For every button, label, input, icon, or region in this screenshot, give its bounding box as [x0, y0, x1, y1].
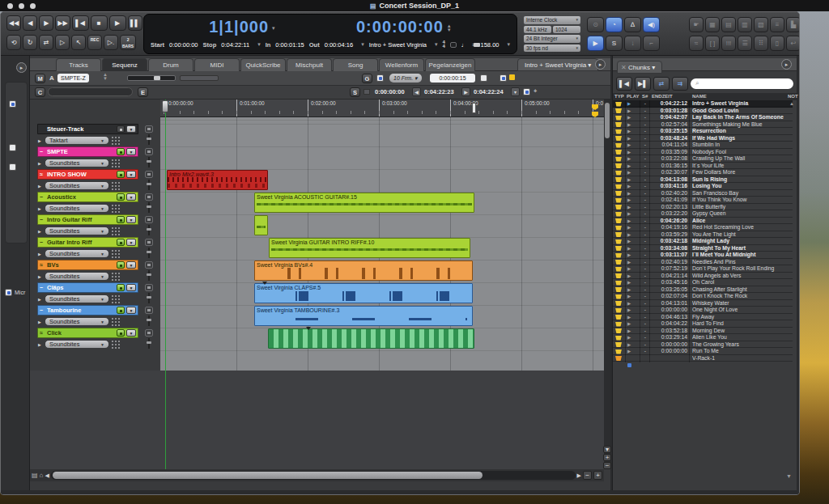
track-header[interactable]: ~ Intro Guitar Riff ▼ — [37, 214, 138, 225]
tab-mischpult[interactable]: Mischpult — [287, 58, 332, 71]
track-play-enable-button[interactable] — [117, 125, 125, 133]
chunk-row[interactable]: ▶ - 0:00:00:00 The Growing Years — [613, 341, 793, 349]
track-layer-dropdown[interactable]: Soundbites▼ — [45, 227, 109, 235]
fader-thumb[interactable] — [147, 251, 151, 253]
comment-field[interactable] — [48, 87, 133, 96]
selection-button[interactable]: S — [350, 87, 360, 97]
chunk-play-button[interactable]: ▶ — [627, 163, 631, 169]
audio-clip[interactable] — [254, 215, 268, 235]
cursor-tool-icon[interactable]: ⌖ — [534, 87, 538, 95]
solo-button[interactable]: S — [606, 36, 623, 51]
chunk-row[interactable]: ▶ - 0:02:41:09 If You Think You Know — [613, 197, 793, 204]
scroll-up-arrow[interactable]: ▲ — [789, 101, 794, 106]
film-strip-icon[interactable]: ▯ — [770, 36, 784, 51]
tab-chunks[interactable]: ✕ Chunks ▾ — [617, 61, 662, 74]
chunk-play-button[interactable]: ▶ — [627, 238, 631, 244]
chunk-play-button[interactable]: ▶ — [627, 190, 631, 197]
return-to-start-button[interactable]: ▌◀ — [72, 15, 89, 31]
track-layer-dropdown[interactable]: Soundbites▼ — [45, 272, 109, 281]
grid-button[interactable]: G — [362, 74, 372, 83]
transport-window-icon[interactable]: ▤ — [721, 17, 736, 32]
chevron-down-icon[interactable]: ▾ — [507, 41, 510, 48]
bit-depth-dropdown[interactable]: 24 Bit Integer▾ — [524, 35, 580, 43]
disclosure-triangle-icon[interactable]: ▶ — [38, 342, 43, 347]
output-button[interactable] — [145, 284, 153, 291]
start-value[interactable]: 0:00:00:00 — [169, 41, 198, 49]
stop-button[interactable]: ■ — [91, 15, 108, 31]
tab-pegelanzeigen[interactable]: Pegelanzeigen — [425, 58, 475, 71]
grid-snap-checkbox[interactable] — [376, 74, 384, 82]
smpte-counter[interactable]: 0:00:00:00▲▼ — [356, 18, 452, 36]
fader-thumb[interactable] — [147, 138, 151, 140]
audio-clip[interactable]: Sweet Virginia TAMBOURINE#.3 — [254, 306, 473, 326]
disclosure-triangle-icon[interactable]: ▶ — [38, 138, 43, 143]
chunk-play-button[interactable]: ▶ — [627, 149, 631, 155]
mixer-icon[interactable]: ▦ — [705, 17, 720, 32]
chunk-play-button[interactable]: ▶ — [627, 245, 631, 252]
dock-expand-button[interactable]: ▸ — [16, 62, 27, 73]
chunk-row[interactable]: ▶ - 0:02:40:20 San Francisco Bay — [613, 190, 793, 197]
fader-thumb[interactable] — [147, 205, 151, 208]
overdub-icon[interactable]: ⟲ — [6, 35, 21, 50]
chunk-play-button[interactable]: ▶ — [627, 320, 631, 327]
in-value[interactable]: 0:00:01:15 — [275, 41, 304, 49]
audio-clip[interactable]: Sweet Virginia GUITAR INTRO RIFF#.10 — [269, 238, 470, 258]
chunk-play-button[interactable]: ▶ — [627, 279, 631, 286]
disclosure-triangle-icon[interactable]: ▶ — [38, 206, 43, 211]
output-button[interactable] — [145, 193, 153, 201]
previous-chunk-button[interactable]: ▌◀ — [616, 77, 632, 91]
chunk-play-button[interactable]: ▶ — [627, 286, 631, 293]
chunk-row[interactable]: ▶ - 0:02:20:13 Little Butterfly — [613, 204, 793, 211]
chunk-row[interactable]: ▶ - 0:03:48:24 If We Had Wings — [613, 135, 793, 142]
meter-bridge-icon[interactable]: ▙ — [786, 17, 800, 32]
chunk-play-button[interactable]: ▶ — [627, 128, 631, 134]
chunk-row[interactable]: ▶ - 0:00:00:00 One Night Of Love — [613, 307, 793, 314]
cursor-checkbox[interactable] — [523, 88, 530, 95]
zoom-slider[interactable] — [127, 75, 176, 81]
output-button[interactable] — [145, 125, 153, 133]
play-selected-chunk-icon[interactable]: ⇄ — [653, 77, 670, 91]
chunk-play-button[interactable]: ▶ — [627, 334, 631, 341]
vertical-zoom-in-button[interactable]: + — [603, 454, 611, 461]
tab-quickscribe[interactable]: QuickScribe — [240, 58, 286, 71]
chunk-row[interactable]: ▶ - 0:04:42:07 Lay Back In The Arms Of S… — [613, 114, 793, 121]
chunk-row[interactable]: ▶ - 0:04:13:01 Whiskey Water — [613, 300, 793, 307]
memory-punch-icon[interactable]: ⇄ — [39, 35, 53, 50]
track-play-enable-button[interactable] — [117, 239, 125, 246]
countoff-button[interactable]: 2BARS — [120, 35, 136, 50]
track-play-enable-button[interactable] — [117, 171, 125, 178]
track-layer-dropdown[interactable]: Taktart▼ — [45, 136, 109, 145]
chunk-play-button[interactable]: ▶ — [627, 183, 631, 189]
track-menu-button[interactable]: ▼ — [126, 284, 136, 291]
chevron-down-icon[interactable]: ▾ — [511, 87, 520, 96]
track-menu-button[interactable]: ▼ — [126, 216, 136, 223]
fader-thumb[interactable] — [147, 183, 151, 185]
chunk-row[interactable]: ▶ - 0:03:41:16 Losing You — [613, 183, 793, 190]
track-layer-dropdown[interactable]: Soundbites▼ — [45, 159, 109, 167]
fader-thumb[interactable] — [147, 341, 151, 344]
play-button[interactable]: ▶ — [109, 15, 126, 31]
output-button[interactable] — [145, 216, 153, 223]
disclosure-triangle-icon[interactable]: ▶ — [38, 252, 43, 256]
track-menu-button[interactable]: ▼ — [126, 125, 136, 133]
chunk-row[interactable]: ▶ - 0:03:52:18 Morning Dew — [613, 328, 793, 335]
memory-cycle-icon[interactable]: ↻ — [23, 35, 37, 50]
scroll-down-arrow[interactable]: ▾ — [603, 446, 611, 453]
chunk-play-button[interactable]: ▶ — [627, 341, 631, 348]
track-layer-dropdown[interactable]: Soundbites▼ — [45, 181, 109, 190]
track-menu-button[interactable]: ▼ — [126, 307, 136, 314]
audio-clip[interactable]: Intro Mix2.wav#.3 — [167, 170, 268, 190]
dock-checkbox-1[interactable] — [9, 100, 16, 108]
dock-checkbox-2[interactable] — [9, 144, 16, 151]
event-list-icon[interactable]: ▧ — [754, 17, 768, 32]
output-button[interactable] — [145, 329, 153, 337]
chunk-play-button[interactable]: ▶ — [627, 252, 631, 258]
chunk-row[interactable]: ▶ - 0:03:25:15 Resurrection — [613, 128, 793, 135]
track-header[interactable]: ~ Cläps ▼ — [37, 282, 138, 293]
speaker-icon[interactable]: ◀) — [643, 17, 660, 32]
tools-icon[interactable]: ☛ — [689, 17, 704, 32]
grid-editor-icon[interactable]: ⠿ — [754, 36, 768, 51]
column-typ[interactable]: TYP — [614, 94, 624, 99]
arrangement-canvas[interactable]: Intro Mix2.wav#.3 Sweet Virginia ACOUSTI… — [160, 117, 604, 371]
chunk-play-button[interactable]: ▶ — [627, 114, 631, 121]
